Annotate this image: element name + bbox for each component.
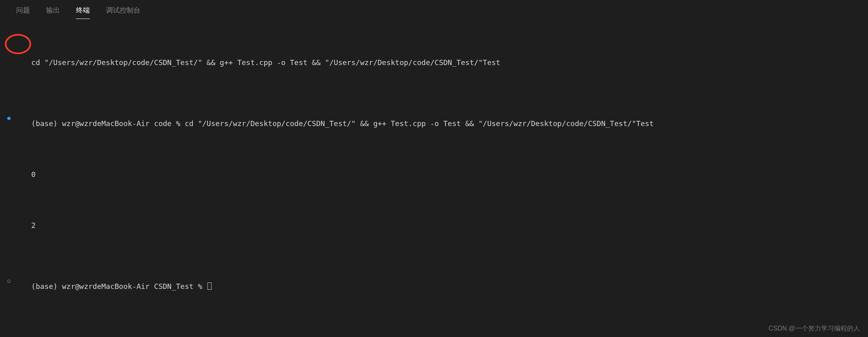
terminal-line: (base) wzr@wzrdeMacBook-Air CSDN_Test %	[8, 261, 860, 301]
terminal-line: cd "/Users/wzr/Desktop/code/CSDN_Test/" …	[8, 47, 860, 78]
tab-output[interactable]: 输出	[38, 3, 68, 19]
terminal-line: 2	[8, 210, 860, 240]
terminal-text: (base) wzr@wzrdeMacBook-Air CSDN_Test %	[31, 282, 206, 291]
terminal-text: 0	[31, 170, 36, 179]
panel-tabs: 问题 输出 终端 调试控制台	[0, 0, 868, 19]
terminal-line: (base) wzr@wzrdeMacBook-Air code % cd "/…	[8, 98, 860, 139]
terminal-text: cd "/Users/wzr/Desktop/code/CSDN_Test/" …	[31, 58, 500, 67]
task-running-dot-icon	[7, 117, 11, 120]
task-idle-dot-icon	[7, 280, 11, 283]
watermark: CSDN @一个努力学习编程的人	[768, 324, 860, 333]
tab-terminal[interactable]: 终端	[68, 3, 98, 19]
terminal-content[interactable]: cd "/Users/wzr/Desktop/code/CSDN_Test/" …	[0, 19, 868, 312]
terminal-line: 0	[8, 159, 860, 190]
tab-debug-console[interactable]: 调试控制台	[98, 3, 148, 19]
cursor-icon	[207, 282, 212, 290]
terminal-text: (base) wzr@wzrdeMacBook-Air code % cd "/…	[31, 119, 654, 128]
terminal-text: 2	[31, 221, 36, 230]
tab-problems[interactable]: 问题	[8, 3, 38, 19]
